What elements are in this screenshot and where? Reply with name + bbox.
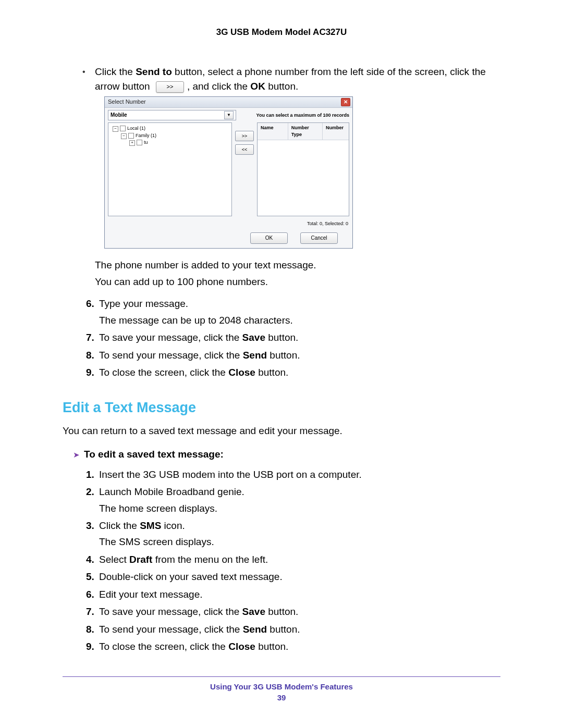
text: The message can be up to 2048 characters… (99, 313, 500, 328)
col-number: Number (323, 123, 349, 140)
tree-node: Local (1) (127, 126, 145, 131)
text: The phone number is added to your text m… (95, 258, 500, 273)
dialog-titlebar: Select Number ✕ (105, 97, 352, 108)
arrow-inline-button: >> (156, 81, 184, 93)
text-bold: Close (228, 367, 255, 378)
max-records-label: You can select a maximum of 100 records (239, 112, 349, 119)
text-bold: SMS (140, 520, 161, 531)
step-item: Click the SMS icon. The SMS screen displ… (97, 518, 500, 550)
source-dropdown[interactable]: Mobile ▼ (108, 110, 236, 120)
text: button. (267, 624, 300, 635)
text: Type your message. (99, 298, 188, 309)
text: You can add up to 100 phone numbers. (95, 275, 500, 289)
add-button[interactable]: >> (235, 131, 254, 141)
step-item: Double-click on your saved text message. (97, 569, 500, 584)
steps-list: Insert the 3G USB modem into the USB por… (83, 467, 500, 655)
col-name: Name (258, 123, 288, 140)
dropdown-value: Mobile (111, 112, 127, 119)
task-label: To edit a saved text message: (84, 449, 224, 460)
text: Edit your text message. (99, 589, 203, 600)
step-item: Launch Mobile Broadband genie. The home … (97, 484, 500, 516)
text: icon. (161, 520, 185, 531)
col-type: Number Type (288, 123, 323, 140)
remove-button[interactable]: << (235, 144, 254, 155)
text: Click the (95, 66, 136, 77)
step-item: To close the screen, click the Close but… (97, 639, 500, 654)
text-bold: OK (250, 81, 265, 92)
text-bold: Draft (129, 554, 152, 565)
step-item: To send your message, click the Send but… (97, 348, 500, 363)
section-intro: You can return to a saved text message a… (63, 424, 500, 438)
checkbox[interactable] (128, 133, 134, 139)
collapse-icon[interactable]: − (121, 133, 127, 139)
step-item: Insert the 3G USB modem into the USB por… (97, 467, 500, 482)
chevron-down-icon: ▼ (224, 111, 234, 119)
bullet-item: • Click the Send to button, select a pho… (82, 65, 500, 93)
step-item: To close the screen, click the Close but… (97, 365, 500, 380)
text: button. (265, 606, 298, 617)
text: Select (99, 554, 129, 565)
text-bold: Send to (136, 66, 172, 77)
text: , and click the (187, 81, 250, 92)
ok-button[interactable]: OK (250, 232, 288, 244)
text: To close the screen, click the (99, 641, 228, 652)
text: To send your message, click the (99, 350, 243, 361)
task-heading: ➤To edit a saved text message: (73, 447, 500, 462)
text: Click the (99, 520, 140, 531)
cancel-button[interactable]: Cancel (300, 232, 338, 244)
page-number: 39 (63, 693, 500, 702)
text: button. (265, 81, 298, 92)
checkbox[interactable] (120, 126, 126, 131)
page-header: 3G USB Modem Model AC327U (63, 27, 500, 38)
text-bold: Close (228, 641, 255, 652)
text: To save your message, click the (99, 332, 242, 343)
section-heading: Edit a Text Message (63, 398, 500, 418)
bullet-dot-icon: • (82, 65, 95, 79)
step-item: To save your message, click the Save but… (97, 604, 500, 619)
text: The SMS screen displays. (99, 534, 500, 549)
chevron-right-icon: ➤ (73, 450, 80, 459)
text-bold: Send (243, 350, 267, 361)
text: Insert the 3G USB modem into the USB por… (99, 469, 362, 480)
text: from the menu on the left. (152, 554, 268, 565)
footer-title: Using Your 3G USB Modem's Features (63, 682, 500, 691)
text: To close the screen, click the (99, 367, 228, 378)
text: To send your message, click the (99, 624, 243, 635)
checkbox[interactable] (137, 140, 142, 145)
page-footer: Using Your 3G USB Modem's Features 39 (63, 676, 500, 702)
steps-list-continued: Type your message. The message can be up… (83, 296, 500, 380)
step-item: Select Draft from the menu on the left. (97, 552, 500, 567)
step-item: Type your message. The message can be up… (97, 296, 500, 328)
tree-node: tu (144, 140, 148, 145)
text: The home screen displays. (99, 501, 500, 516)
contacts-tree[interactable]: −Local (1) −Family (1) +tu (108, 122, 232, 216)
expand-icon[interactable]: + (129, 140, 135, 146)
close-icon[interactable]: ✕ (341, 98, 350, 106)
select-number-dialog: Select Number ✕ Mobile ▼ You can select … (104, 96, 353, 249)
tree-node: Family (1) (136, 133, 156, 138)
text: Launch Mobile Broadband genie. (99, 486, 244, 497)
selected-list[interactable]: Name Number Type Number (257, 122, 349, 216)
text-bold: Save (242, 332, 265, 343)
collapse-icon[interactable]: − (113, 126, 118, 132)
text-bold: Send (243, 624, 267, 635)
selection-status: Total: 0, Selected: 0 (105, 219, 352, 230)
text: button. (255, 367, 288, 378)
text: button. (255, 641, 288, 652)
text: button. (267, 350, 300, 361)
step-item: To send your message, click the Send but… (97, 622, 500, 637)
text: To save your message, click the (99, 606, 242, 617)
step-item: Edit your text message. (97, 587, 500, 602)
text: button. (265, 332, 298, 343)
text: Double-click on your saved text message. (99, 571, 283, 582)
step-item: To save your message, click the Save but… (97, 330, 500, 345)
dialog-title: Select Number (108, 98, 146, 106)
text-bold: Save (242, 606, 265, 617)
